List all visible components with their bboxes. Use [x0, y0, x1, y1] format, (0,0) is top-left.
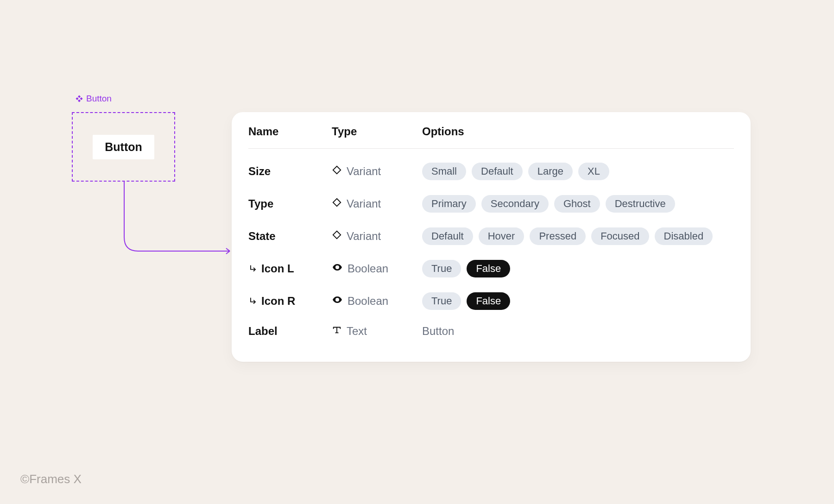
prop-type-icon-l: Boolean [332, 262, 422, 276]
header-options: Options [422, 125, 734, 138]
row-size: Size Variant Small Default Large XL [248, 155, 734, 188]
component-frame[interactable]: Button [72, 112, 175, 182]
sub-arrow-icon [248, 264, 258, 273]
row-state: State Variant Default Hover Pressed Focu… [248, 220, 734, 252]
prop-type-label: Text [332, 325, 422, 338]
sub-arrow-icon [248, 296, 258, 306]
component-icon [75, 94, 83, 103]
option-state-disabled[interactable]: Disabled [655, 227, 713, 245]
option-state-pressed[interactable]: Pressed [530, 227, 586, 245]
footer-credit: ©Frames X [20, 472, 82, 486]
options-label: Button [422, 325, 734, 338]
variant-icon [332, 165, 342, 178]
option-state-default[interactable]: Default [422, 227, 473, 245]
option-size-xl[interactable]: XL [578, 163, 609, 180]
prop-type-size: Variant [332, 165, 422, 178]
option-type-secondary[interactable]: Secondary [481, 195, 549, 213]
prop-type-state: Variant [332, 230, 422, 243]
option-icon-r-false[interactable]: False [467, 292, 510, 310]
panel-header: Name Type Options [248, 125, 734, 149]
option-state-hover[interactable]: Hover [479, 227, 524, 245]
connector-arrow [122, 182, 236, 256]
variant-icon [332, 197, 342, 210]
header-name: Name [248, 125, 332, 138]
component-label-text: Button [86, 94, 112, 104]
variant-icon [332, 230, 342, 243]
prop-name-icon-l: Icon L [248, 262, 332, 275]
prop-name-icon-l-text: Icon L [261, 262, 294, 275]
option-size-small[interactable]: Small [422, 163, 466, 180]
option-type-primary[interactable]: Primary [422, 195, 476, 213]
prop-type-size-label: Variant [347, 165, 381, 178]
row-label: Label Text Button [248, 317, 734, 345]
prop-type-icon-r-label: Boolean [348, 295, 388, 308]
prop-type-type-label: Variant [347, 197, 381, 210]
option-icon-r-true[interactable]: True [422, 292, 461, 310]
prop-name-label: Label [248, 325, 332, 338]
prop-name-icon-r-text: Icon R [261, 295, 295, 308]
prop-type-state-label: Variant [347, 230, 381, 243]
text-icon [332, 325, 342, 338]
prop-name-size: Size [248, 165, 332, 178]
button-preview[interactable]: Button [93, 135, 154, 159]
boolean-icon [332, 262, 343, 276]
prop-name-type: Type [248, 197, 332, 210]
row-type: Type Variant Primary Secondary Ghost Des… [248, 188, 734, 220]
row-icon-r: Icon R Boolean True False [248, 285, 734, 317]
prop-type-type: Variant [332, 197, 422, 210]
prop-name-icon-r: Icon R [248, 295, 332, 308]
options-icon-l: True False [422, 260, 734, 277]
options-size: Small Default Large XL [422, 163, 734, 180]
option-icon-l-true[interactable]: True [422, 260, 461, 277]
option-type-ghost[interactable]: Ghost [554, 195, 600, 213]
options-type: Primary Secondary Ghost Destructive [422, 195, 734, 213]
button-preview-label: Button [105, 140, 142, 153]
option-type-destructive[interactable]: Destructive [606, 195, 675, 213]
option-state-focused[interactable]: Focused [591, 227, 649, 245]
prop-type-icon-l-label: Boolean [348, 262, 388, 275]
options-icon-r: True False [422, 292, 734, 310]
prop-type-label-label: Text [347, 325, 367, 338]
boolean-icon [332, 294, 343, 308]
prop-name-state: State [248, 230, 332, 243]
label-value[interactable]: Button [422, 325, 454, 338]
row-icon-l: Icon L Boolean True False [248, 252, 734, 285]
option-icon-l-false[interactable]: False [467, 260, 510, 277]
option-size-large[interactable]: Large [528, 163, 573, 180]
prop-type-icon-r: Boolean [332, 294, 422, 308]
properties-panel: Name Type Options Size Variant Small Def… [232, 112, 751, 362]
header-type: Type [332, 125, 422, 138]
component-label: Button [75, 94, 112, 104]
option-size-default[interactable]: Default [472, 163, 523, 180]
options-state: Default Hover Pressed Focused Disabled [422, 227, 734, 245]
